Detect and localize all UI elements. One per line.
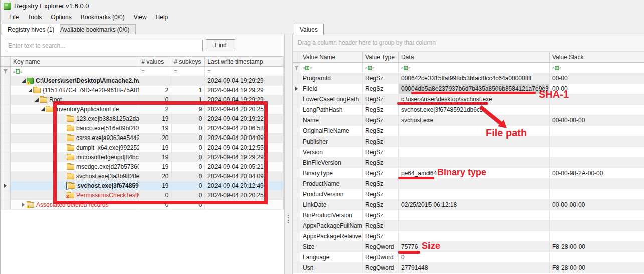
values-row[interactable]: OriginalFileNameRegSz	[293, 126, 644, 136]
value-data-cell[interactable]: 0	[399, 252, 550, 262]
tab-available-bookmarks[interactable]: Available bookmarks (0/0)	[54, 24, 136, 35]
values-row[interactable]: VersionRegSz	[293, 147, 644, 158]
tree-key-name-cell[interactable]: Associated deleted records	[11, 200, 139, 209]
tree-row[interactable]: svchost.exe|3f67485921db...1902024-09-04…	[1, 181, 283, 191]
value-data-cell[interactable]	[399, 136, 550, 147]
tree-column-header[interactable]: Last write timestamp	[205, 57, 283, 66]
tree-key-name-cell[interactable]: PermissionsCheckTestKey	[11, 191, 139, 200]
values-row[interactable]: FileIdRegSz00004db5a8e237937b6d7b435a850…	[293, 84, 644, 94]
tree-key-name-cell[interactable]: csrss.exe|a9363ee544229f11	[11, 133, 139, 143]
tree-row[interactable]: 123.exe|b38a8125a2dad9781902024-09-04 20…	[1, 114, 283, 124]
values-row[interactable]: NameRegSzsvchost.exe00-00-00-00	[293, 115, 644, 126]
tree-row[interactable]: msedge.exe|d27b57360cd4a4cf1902024-09-04…	[1, 162, 283, 172]
tree-row[interactable]: PermissionsCheckTestKey002024-09-04 20:2…	[1, 191, 283, 200]
value-data-cell[interactable]	[399, 126, 550, 136]
tree-column-header[interactable]: Key name	[11, 57, 139, 66]
expander-open-icon[interactable]	[40, 106, 46, 112]
tree-filter-cell[interactable]: aBc	[11, 67, 139, 76]
tree-key-name-cell[interactable]: msedge.exe|d27b57360cd4a4cf	[11, 162, 139, 171]
tree-row[interactable]: Associated deleted records00	[1, 200, 283, 210]
value-data-cell[interactable]: c:\users\user\desktop\svchost.exe	[399, 94, 550, 104]
tree-key-name-cell[interactable]: dumpit_x64.exe|992252fdb3743...	[11, 143, 139, 152]
tree-filter-cell[interactable]: =	[171, 67, 205, 76]
values-row[interactable]: PublisherRegSz	[293, 136, 644, 147]
values-row[interactable]: SizeRegQword75776F8-28-00-00	[293, 242, 644, 252]
value-data-cell[interactable]: 000642ce3315ffaf998d53bfacf0cc4c64a00000…	[399, 73, 550, 83]
value-data-cell[interactable]: 02/25/2015 06:12:18	[399, 200, 550, 210]
tree-column-header[interactable]: # values	[139, 57, 172, 66]
values-row[interactable]: LowerCaseLongPathRegSzc:\users\user\desk…	[293, 94, 644, 105]
expander-open-icon[interactable]	[21, 78, 27, 84]
value-data-cell[interactable]	[399, 221, 550, 231]
tree-key-name-cell[interactable]: 123.exe|b38a8125a2dad978	[11, 114, 139, 123]
tree-key-name-cell[interactable]: C:\Users\user\Desktop\Amcache2.hve	[11, 76, 139, 85]
menu-tools[interactable]: Tools	[23, 12, 46, 22]
tree-key-name-cell[interactable]: Root	[11, 95, 139, 104]
value-data-cell[interactable]	[399, 147, 550, 157]
tree-key-name-cell[interactable]: microsoftedgeupd|84bcd64699b1...	[11, 153, 139, 162]
tab-values[interactable]: Values	[294, 24, 324, 35]
values-row[interactable]: BinProductVersionRegSz	[293, 210, 644, 221]
tree-column-header[interactable]: # subkeys	[171, 57, 205, 66]
values-row[interactable]: ProductVersionRegSz	[293, 189, 644, 200]
values-filter-cell[interactable]: aBc	[399, 63, 550, 73]
values-row[interactable]: AppxPackageRelativeIdRegSz	[293, 231, 644, 242]
tree-row[interactable]: svchost.exe|3a3b9820ea882eb42002024-09-0…	[1, 172, 283, 181]
tree-key-name-cell[interactable]: banco.exe|516a09bf2f0b23a2	[11, 124, 139, 133]
values-row[interactable]: UsnRegQword27791448F8-28-00-00	[293, 263, 644, 273]
value-data-cell[interactable]: svchost.exe|3f67485921db6c5b	[399, 105, 550, 115]
value-data-cell[interactable]: svchost.exe	[399, 115, 550, 125]
menu-help[interactable]: Help	[151, 12, 173, 22]
values-column-header[interactable]: Data	[399, 52, 550, 62]
tree-row[interactable]: {11517B7C-E79D-4e20-961B-75A811715...212…	[1, 86, 283, 95]
value-data-cell[interactable]	[399, 158, 550, 168]
tree-row[interactable]: C:\Users\user\Desktop\Amcache2.hve2024-0…	[1, 76, 283, 86]
menu-bookmarks[interactable]: Bookmarks (0/0)	[76, 12, 129, 22]
values-row[interactable]: ProductNameRegSz	[293, 179, 644, 189]
tree-row[interactable]: InventoryApplicationFile292024-09-04 20:…	[1, 105, 283, 114]
values-column-header[interactable]: Value Type	[363, 52, 399, 62]
search-input[interactable]	[5, 40, 203, 51]
values-row[interactable]: LanguageRegDword0	[293, 252, 644, 263]
tree-filter-cell[interactable]: =	[139, 67, 172, 76]
value-slack-cell	[550, 126, 644, 136]
expander-closed-icon[interactable]	[21, 202, 27, 208]
value-data-cell[interactable]: 27791448	[399, 263, 550, 273]
expander-open-icon[interactable]	[27, 87, 33, 93]
values-row[interactable]: AppxPackageFullNameRegSz	[293, 221, 644, 231]
value-data-cell-selected[interactable]: 00004db5a8e237937b6d7b435a8506b8584121a7…	[399, 84, 550, 94]
find-button[interactable]: Find	[206, 39, 235, 51]
value-data-cell[interactable]: 75776	[399, 242, 550, 252]
value-data-cell[interactable]	[399, 210, 550, 220]
tree-row[interactable]: banco.exe|516a09bf2f0b23a21902024-09-04 …	[1, 124, 283, 133]
values-row[interactable]: LongPathHashRegSzsvchost.exe|3f67485921d…	[293, 105, 644, 115]
tree-filter-cell[interactable]: =	[205, 67, 283, 76]
tree-row[interactable]: dumpit_x64.exe|992252fdb3743...1902024-0…	[1, 143, 283, 153]
tree-row[interactable]: Root012024-09-04 19:29:29	[1, 95, 283, 105]
value-data-cell[interactable]: pe64_amd64	[399, 168, 550, 178]
menu-file[interactable]: File	[5, 12, 23, 22]
tree-key-name-cell[interactable]: svchost.exe|3f67485921db...	[11, 181, 139, 190]
tree-row[interactable]: microsoftedgeupd|84bcd64699b1...1902024-…	[1, 153, 283, 162]
tab-registry-hives[interactable]: Registry hives (1)	[2, 24, 60, 35]
menu-options[interactable]: Options	[46, 12, 76, 22]
values-row[interactable]: BinFileVersionRegSz	[293, 158, 644, 168]
tree-key-name-cell[interactable]: {11517B7C-E79D-4e20-961B-75A811715...	[11, 86, 139, 95]
tree-key-name-cell[interactable]: InventoryApplicationFile	[11, 105, 139, 114]
values-row[interactable]: ProgramIdRegSz000642ce3315ffaf998d53bfac…	[293, 73, 644, 84]
values-filter-cell[interactable]: aBc	[300, 63, 363, 73]
tree-row[interactable]: csrss.exe|a9363ee544229f112002024-09-04 …	[1, 133, 283, 143]
tree-key-name-cell[interactable]: svchost.exe|3a3b9820ea882eb4	[11, 172, 139, 181]
values-column-header[interactable]: Value Name	[300, 52, 363, 62]
values-filter-cell[interactable]: aBc	[550, 63, 644, 73]
value-data-cell[interactable]	[399, 231, 550, 241]
values-column-header[interactable]: Value Slack	[550, 52, 644, 62]
values-row[interactable]: LinkDateRegSz02/25/2015 06:12:1800-00-00…	[293, 200, 644, 210]
panel-splitter[interactable]	[284, 34, 293, 274]
value-data-cell[interactable]	[399, 189, 550, 199]
value-data-cell[interactable]	[399, 179, 550, 189]
values-row[interactable]: BinaryTypeRegSzpe64_amd6400-00-98-2A-00-…	[293, 168, 644, 179]
values-filter-cell[interactable]: aBc	[363, 63, 399, 73]
expander-open-icon[interactable]	[34, 97, 40, 103]
menu-view[interactable]: View	[129, 12, 151, 22]
